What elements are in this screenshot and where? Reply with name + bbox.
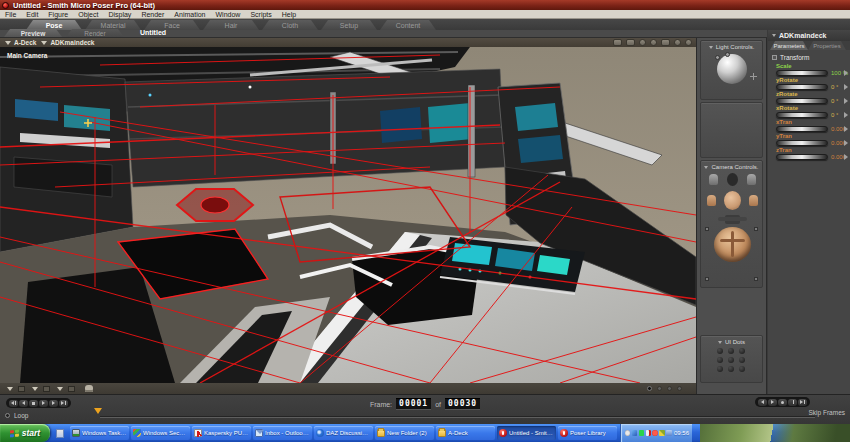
dial-label[interactable]: zTran	[776, 147, 850, 153]
menu-figure[interactable]: Figure	[43, 11, 73, 18]
footer-dropdown-1[interactable]	[7, 386, 25, 392]
zoom-icon[interactable]	[685, 39, 692, 46]
loop-mode-button[interactable]	[788, 399, 797, 406]
dial-value[interactable]: 0 °	[831, 84, 838, 90]
camera-key-icon[interactable]	[754, 277, 758, 281]
menu-window[interactable]: Window	[210, 11, 245, 18]
start-button[interactable]: start	[0, 424, 50, 442]
timeline-track[interactable]	[100, 416, 815, 418]
loop-control[interactable]: Loop	[5, 412, 28, 419]
step-forward-button[interactable]	[768, 399, 777, 406]
page-dot-3[interactable]	[667, 386, 672, 391]
tray-display-icon[interactable]	[639, 430, 644, 436]
ui-dot[interactable]	[728, 366, 734, 372]
camera-key-icon[interactable]	[705, 227, 709, 231]
camera-name-label[interactable]: Main Camera	[7, 52, 47, 59]
tab-content[interactable]: Content	[380, 20, 436, 30]
dial-menu-icon[interactable]	[844, 154, 848, 160]
right-hand-camera-icon[interactable]	[747, 174, 756, 185]
ui-dot[interactable]	[717, 348, 723, 354]
dial-value[interactable]: 0 °	[831, 98, 838, 104]
taskbar-item-poser-library[interactable]: Poser Library	[558, 426, 617, 440]
loop-checkbox[interactable]	[5, 413, 10, 418]
dial-menu-icon[interactable]	[844, 140, 848, 146]
ui-dot[interactable]	[728, 357, 734, 363]
yrotate-dial[interactable]	[776, 84, 828, 90]
xtran-dial[interactable]	[776, 126, 828, 132]
tray-mail-icon[interactable]	[666, 430, 671, 436]
scale-dial[interactable]	[776, 70, 828, 76]
dial-label[interactable]: yRotate	[776, 77, 850, 83]
light-trackball[interactable]	[717, 54, 747, 84]
page-dot-4[interactable]	[677, 386, 682, 391]
menu-render[interactable]: Render	[136, 11, 169, 18]
dial-label[interactable]: zRotate	[776, 91, 850, 97]
current-frame-field[interactable]: 00001	[396, 398, 431, 410]
viewport-scene[interactable]	[0, 47, 696, 383]
taskbar-item-kaspersky[interactable]: Kaspersky PURE 2.0	[192, 426, 251, 440]
tab-setup[interactable]: Setup	[321, 20, 377, 30]
3d-viewport[interactable]: A-Deck ADKmaindeck Main Camera	[0, 38, 696, 394]
ui-dot[interactable]	[739, 357, 745, 363]
dial-menu-icon[interactable]	[844, 98, 848, 104]
section-expand-icon[interactable]	[772, 55, 777, 60]
light-indicator-2[interactable]	[725, 52, 730, 57]
taskbar-item-new-folder[interactable]: New Folder (2)	[375, 426, 434, 440]
tab-hair[interactable]: Hair	[203, 20, 259, 30]
ui-dot[interactable]	[739, 366, 745, 372]
tray-agent-icon[interactable]	[632, 430, 637, 436]
ui-dot[interactable]	[728, 348, 734, 354]
footer-dropdown-3[interactable]	[57, 386, 75, 392]
camera-trackball[interactable]	[714, 227, 751, 262]
tab-render-view[interactable]: Render	[66, 29, 124, 37]
camera-view-icon[interactable]	[613, 39, 622, 46]
parameters-header[interactable]: ADKmaindeck	[768, 30, 850, 41]
zrotate-dial[interactable]	[776, 98, 828, 104]
tray-status-icon[interactable]	[652, 430, 657, 436]
menu-file[interactable]: File	[0, 11, 21, 18]
light-indicator-1[interactable]	[715, 55, 720, 60]
dial-label[interactable]: yTran	[776, 133, 850, 139]
dial-menu-icon[interactable]	[844, 70, 848, 76]
menu-edit[interactable]: Edit	[21, 11, 43, 18]
page-dot-1[interactable]	[647, 386, 652, 391]
ui-dot[interactable]	[717, 366, 723, 372]
skip-frames-label[interactable]: Skip Frames	[809, 409, 845, 416]
dial-label[interactable]: xRotate	[776, 105, 850, 111]
tab-preview[interactable]: Preview	[4, 29, 62, 37]
ytran-dial[interactable]	[776, 140, 828, 146]
transform-section-header[interactable]: Transform	[768, 50, 850, 63]
tray-kaspersky-icon[interactable]	[646, 430, 651, 436]
camera-key-icon[interactable]	[754, 227, 758, 231]
translate-icon[interactable]	[674, 39, 681, 46]
hand-tool-icon[interactable]	[85, 385, 93, 392]
quick-launch-icon[interactable]	[56, 429, 64, 438]
frame-icon[interactable]	[661, 39, 670, 46]
camera-controls-title[interactable]: Camera Controls.	[701, 161, 762, 170]
actor-select-dropdown[interactable]: ADKmaindeck	[41, 39, 94, 46]
menu-object[interactable]: Object	[73, 11, 103, 18]
tab-properties[interactable]: Properties	[808, 41, 846, 50]
orbit-icon[interactable]	[639, 39, 646, 46]
ui-dot[interactable]	[739, 348, 745, 354]
dial-label[interactable]: Scale	[776, 63, 850, 69]
taskbar-item-a-deck[interactable]: A-Deck	[436, 426, 495, 440]
taskbar-item-task-manager[interactable]: Windows Task Mana...	[70, 426, 129, 440]
page-dot-2[interactable]	[657, 386, 662, 391]
camera-key-icon[interactable]	[705, 277, 709, 281]
left-hand-camera-icon[interactable]	[709, 174, 718, 185]
camera-axis-icon[interactable]	[725, 215, 740, 224]
dial-menu-icon[interactable]	[844, 112, 848, 118]
dial-menu-icon[interactable]	[844, 84, 848, 90]
figure-select-dropdown[interactable]: A-Deck	[5, 39, 36, 46]
step-back-button[interactable]	[758, 399, 767, 406]
tray-pen-icon[interactable]	[659, 430, 664, 436]
tab-cloth[interactable]: Cloth	[262, 20, 318, 30]
menu-help[interactable]: Help	[277, 11, 301, 18]
tab-parameters[interactable]: Parameters	[770, 41, 808, 50]
dial-menu-icon[interactable]	[844, 126, 848, 132]
menu-scripts[interactable]: Scripts	[245, 11, 276, 18]
speed-knob[interactable]	[778, 399, 787, 406]
taskbar-item-poser-active[interactable]: Untitled - Smith Micr...	[497, 426, 556, 440]
ui-dots-title[interactable]: UI Dots	[701, 336, 762, 345]
